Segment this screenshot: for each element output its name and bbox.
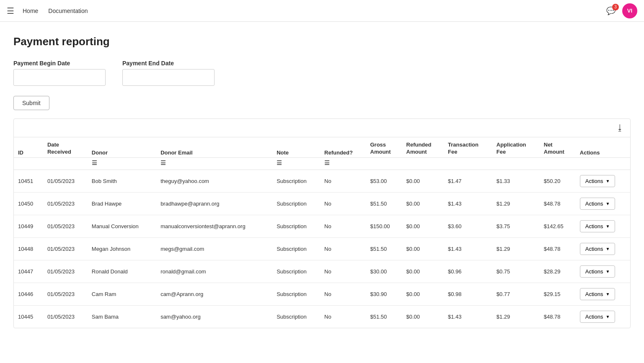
cell-donor: Sam Bama [88, 305, 156, 328]
cell-app-fee: $1.29 [492, 192, 540, 215]
col-gross-amount: GrossAmount [366, 137, 402, 157]
hamburger-icon[interactable]: ☰ [7, 6, 14, 16]
cell-date: 01/05/2023 [43, 305, 88, 328]
col-id: ID [14, 137, 43, 157]
cell-actions: Actions ▼ [576, 305, 630, 328]
cell-donor: Ronald Donald [88, 260, 156, 283]
cell-id: 10450 [14, 192, 43, 215]
col-refunded: Refunded? [320, 137, 366, 157]
notification-icon[interactable]: 💬 3 [606, 6, 616, 15]
cell-actions: Actions ▼ [576, 192, 630, 215]
download-button[interactable]: ⭳ [616, 123, 624, 133]
cell-date: 01/05/2023 [43, 283, 88, 305]
cell-actions: Actions ▼ [576, 260, 630, 283]
submit-button[interactable]: Submit [13, 96, 49, 110]
nav-docs[interactable]: Documentation [48, 8, 88, 14]
actions-button[interactable]: Actions ▼ [580, 288, 616, 300]
actions-label: Actions [585, 246, 603, 252]
cell-refunded-amount: $0.00 [402, 283, 444, 305]
cell-actions: Actions ▼ [576, 170, 630, 192]
actions-label: Actions [585, 178, 603, 184]
cell-note: Subscription [272, 305, 320, 328]
cell-txn-fee: $1.43 [444, 192, 492, 215]
cell-app-fee: $1.29 [492, 305, 540, 328]
cell-net: $50.20 [540, 170, 576, 192]
cell-donor: Bob Smith [88, 170, 156, 192]
cell-actions: Actions ▼ [576, 237, 630, 260]
col-net-amount: NetAmount [540, 137, 576, 157]
cell-date: 01/05/2023 [43, 237, 88, 260]
cell-actions: Actions ▼ [576, 215, 630, 237]
cell-donor: Megan Johnson [88, 237, 156, 260]
filter-form: Payment Begin Date Payment End Date [13, 60, 631, 86]
table-row: 10448 01/05/2023 Megan Johnson megs@gmai… [14, 237, 630, 260]
filter-donor: ☰ [88, 157, 156, 170]
cell-email: ronald@gmail.com [156, 260, 272, 283]
payment-table-container: ⭳ ID DateReceived Donor Donor Email Note… [13, 118, 631, 328]
begin-date-label: Payment Begin Date [13, 60, 106, 67]
end-date-label: Payment End Date [122, 60, 215, 67]
cell-date: 01/05/2023 [43, 260, 88, 283]
actions-caret-icon: ▼ [605, 201, 610, 206]
actions-caret-icon: ▼ [605, 224, 610, 229]
cell-id: 10451 [14, 170, 43, 192]
actions-caret-icon: ▼ [605, 314, 610, 319]
actions-caret-icon: ▼ [605, 292, 610, 296]
actions-button[interactable]: Actions ▼ [580, 198, 616, 210]
filter-donor-email: ☰ [156, 157, 272, 170]
nav-links: Home Documentation [23, 8, 88, 14]
table-toolbar: ⭳ [14, 119, 630, 137]
cell-refunded-amount: $0.00 [402, 305, 444, 328]
begin-date-group: Payment Begin Date [13, 60, 106, 86]
filter-email-icon[interactable]: ☰ [160, 160, 166, 166]
cell-refunded-amount: $0.00 [402, 260, 444, 283]
actions-label: Actions [585, 314, 603, 320]
avatar[interactable]: VI [622, 3, 637, 18]
cell-id: 10447 [14, 260, 43, 283]
actions-button[interactable]: Actions ▼ [580, 243, 616, 255]
table-filter-row: ☰ ☰ ☰ ☰ [14, 157, 630, 170]
cell-net: $29.15 [540, 283, 576, 305]
actions-label: Actions [585, 201, 603, 207]
cell-note: Subscription [272, 215, 320, 237]
filter-donor-icon[interactable]: ☰ [92, 160, 97, 166]
actions-caret-icon: ▼ [605, 179, 610, 183]
cell-note: Subscription [272, 237, 320, 260]
cell-date: 01/05/2023 [43, 215, 88, 237]
cell-txn-fee: $1.43 [444, 237, 492, 260]
actions-button[interactable]: Actions ▼ [580, 175, 616, 187]
cell-refunded: No [320, 260, 366, 283]
actions-button[interactable]: Actions ▼ [580, 311, 616, 323]
col-actions: Actions [576, 137, 630, 157]
filter-note-icon[interactable]: ☰ [277, 160, 282, 166]
table-row: 10447 01/05/2023 Ronald Donald ronald@gm… [14, 260, 630, 283]
col-refunded-amount: RefundedAmount [402, 137, 444, 157]
cell-app-fee: $3.75 [492, 215, 540, 237]
filter-refunded-icon[interactable]: ☰ [324, 160, 330, 166]
table-row: 10450 01/05/2023 Brad Hawpe bradhawpe@ap… [14, 192, 630, 215]
cell-note: Subscription [272, 170, 320, 192]
table-body: 10451 01/05/2023 Bob Smith theguy@yahoo.… [14, 170, 630, 328]
nav-right: 💬 3 VI [606, 3, 637, 18]
cell-date: 01/05/2023 [43, 170, 88, 192]
main-content: Payment reporting Payment Begin Date Pay… [0, 22, 644, 342]
actions-label: Actions [585, 268, 603, 275]
cell-txn-fee: $3.60 [444, 215, 492, 237]
nav-home[interactable]: Home [23, 8, 38, 14]
cell-net: $28.29 [540, 260, 576, 283]
cell-gross: $51.50 [366, 237, 402, 260]
col-donor-email: Donor Email [156, 137, 272, 157]
actions-button[interactable]: Actions ▼ [580, 265, 616, 278]
cell-email: manualconversiontest@aprann.org [156, 215, 272, 237]
col-date-received: DateReceived [43, 137, 88, 157]
col-transaction-fee: TransactionFee [444, 137, 492, 157]
cell-id: 10449 [14, 215, 43, 237]
end-date-input[interactable] [122, 69, 215, 86]
actions-button[interactable]: Actions ▼ [580, 220, 616, 232]
col-application-fee: ApplicationFee [492, 137, 540, 157]
begin-date-input[interactable] [13, 69, 106, 86]
cell-donor: Manual Conversion [88, 215, 156, 237]
table-row: 10449 01/05/2023 Manual Conversion manua… [14, 215, 630, 237]
table-row: 10446 01/05/2023 Cam Ram cam@Aprann.org … [14, 283, 630, 305]
actions-label: Actions [585, 223, 603, 229]
